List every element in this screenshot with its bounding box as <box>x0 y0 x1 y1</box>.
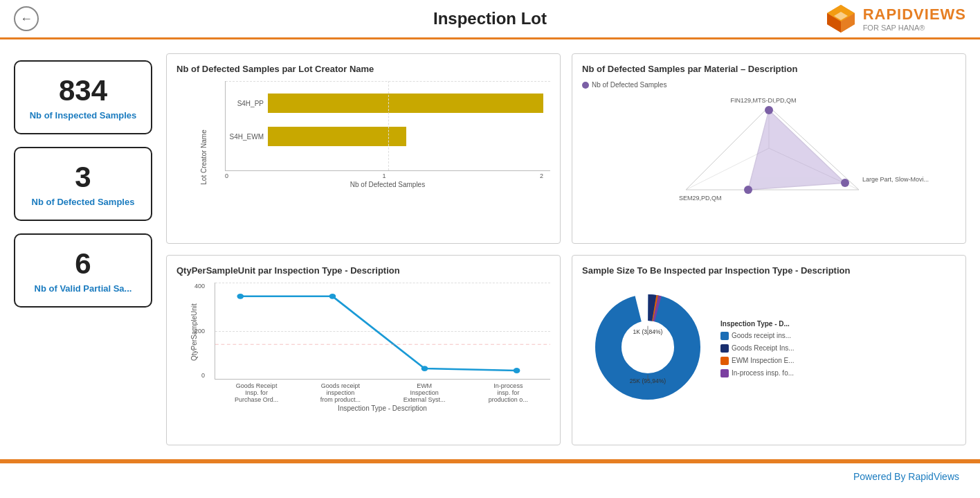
chart3-area: QtyPerSampleUnit 400 200 0 <box>176 283 550 435</box>
logo-icon <box>824 2 858 35</box>
chart4-svg: 1K (3,84%) 25K (95,94%) <box>582 281 714 413</box>
legend-item-2: EWM Inspection E... <box>720 357 795 365</box>
chart-donut-sample-size: Sample Size To Be Inspected par Inspecti… <box>572 255 966 445</box>
legend-dot-1 <box>720 344 729 353</box>
chart3-x-label-1: Goods receiptinspectionfrom product... <box>313 382 368 403</box>
svg-point-19 <box>329 294 336 299</box>
legend-item-1: Goods Receipt Ins... <box>720 344 795 353</box>
chart2-title: Nb of Defected Samples par Material – De… <box>582 64 956 74</box>
legend-label-2: EWM Inspection E... <box>732 357 795 364</box>
chart2-svg: FIN129,MTS-DI,PD,QM Large Part, Slow-Mov… <box>582 93 956 224</box>
chart4-donut: 1K (3,84%) 25K (95,94%) <box>582 281 714 416</box>
svg-point-14 <box>744 186 752 194</box>
chart3-svg <box>215 283 550 379</box>
svg-text:FIN129,MTS-DI,PD,QM: FIN129,MTS-DI,PD,QM <box>730 97 796 104</box>
main-content: 834 Nb of Inspected Samples 3 Nb of Defe… <box>0 39 980 459</box>
svg-point-12 <box>765 106 773 114</box>
chart3-x-title: Inspection Type - Description <box>215 404 550 412</box>
legend-label-1: Goods Receipt Ins... <box>732 344 795 352</box>
chart3-x-labels: Goods ReceiptInsp. forPurchase Ord... Go… <box>215 382 550 403</box>
legend-dot-3 <box>720 369 729 377</box>
chart3-title: QtyPerSampleUnit par Inspection Type - D… <box>176 265 550 276</box>
chart2-legend-label: Nb of Defected Samples <box>592 81 666 89</box>
chart3-x-label-2: EWMInspectionExternal Syst... <box>397 382 452 403</box>
logo-text: RAPIDVIEWS FOR SAP HANA® <box>863 6 966 32</box>
kpi-label-inspected: Nb of Inspected Samples <box>26 110 140 121</box>
kpi-card-partial: 6 Nb of Valid Partial Sa... <box>14 233 152 308</box>
logo: RAPIDVIEWS FOR SAP HANA® <box>824 2 966 35</box>
legend-item-0: Goods receipt ins... <box>720 332 795 340</box>
svg-point-18 <box>237 294 244 299</box>
legend-item-3: In-process insp. fo... <box>720 369 795 377</box>
svg-point-20 <box>421 366 428 371</box>
chart2-area: FIN129,MTS-DI,PD,QM Large Part, Slow-Mov… <box>582 93 956 224</box>
chart3-x-label-0: Goods ReceiptInsp. forPurchase Ord... <box>229 382 284 403</box>
footer: Powered By RapidViews <box>0 461 980 489</box>
svg-text:Large Part, Slow-Movi...: Large Part, Slow-Movi... <box>862 176 929 183</box>
chart3-x-label-3: In-processinsp. forproduction o... <box>480 382 536 403</box>
svg-point-13 <box>841 179 849 187</box>
chart4-title: Sample Size To Be Inspected par Inspecti… <box>582 265 956 276</box>
kpi-section: 834 Nb of Inspected Samples 3 Nb of Defe… <box>14 53 152 445</box>
bar-label-s4hpp: S4H_PP <box>226 100 264 107</box>
kpi-value-inspected: 834 <box>26 74 140 107</box>
bar-s4hewm <box>268 127 406 146</box>
kpi-label-defected: Nb of Defected Samples <box>26 197 140 207</box>
chart-line-qty-by-inspection: QtyPerSampleUnit par Inspection Type - D… <box>166 255 561 445</box>
chart1-x-tick-2: 2 <box>540 172 543 179</box>
footer-text: Powered By RapidViews <box>853 471 959 482</box>
header: ← Inspection Lot RAPIDVIEWS FOR SAP HANA… <box>0 0 980 37</box>
legend-dot-2 <box>720 357 729 365</box>
kpi-value-partial: 6 <box>26 247 140 281</box>
legend-label-3: In-process insp. fo... <box>732 369 794 377</box>
kpi-label-partial: Nb of Valid Partial Sa... <box>26 283 140 294</box>
chart4-legend-title: Inspection Type - D... <box>720 320 795 328</box>
legend-label-0: Goods receipt ins... <box>732 332 791 339</box>
chart4-legend-items: Goods receipt ins... Goods Receipt Ins..… <box>720 332 795 377</box>
svg-text:SEM29,PD,QM: SEM29,PD,QM <box>679 195 722 202</box>
charts-section: Nb of Defected Samples par Lot Creator N… <box>166 53 966 445</box>
chart1-title: Nb of Defected Samples par Lot Creator N… <box>176 64 550 74</box>
bar-label-s4hewm: S4H_EWM <box>226 133 264 141</box>
chart-bar-defected-by-creator: Nb of Defected Samples par Lot Creator N… <box>166 53 561 244</box>
logo-sub: FOR SAP HANA® <box>863 24 966 32</box>
kpi-card-inspected: 834 Nb of Inspected Samples <box>14 60 152 134</box>
chart-radar-defected-by-material: Nb of Defected Samples par Material – De… <box>572 53 966 244</box>
svg-point-21 <box>514 368 520 373</box>
chart4-legend: Inspection Type - D... Goods receipt ins… <box>720 320 795 377</box>
kpi-value-defected: 3 <box>26 161 140 194</box>
chart2-legend: Nb of Defected Samples <box>582 81 956 89</box>
chart1-y-label: Lot Creator Name <box>200 130 208 184</box>
chart2-legend-dot <box>582 82 589 89</box>
chart1-x-tick-0: 0 <box>225 172 228 179</box>
legend-dot-0 <box>720 332 729 340</box>
kpi-card-defected: 3 Nb of Defected Samples <box>14 147 152 221</box>
back-button[interactable]: ← <box>14 6 39 31</box>
logo-name: RAPIDVIEWS <box>863 6 966 24</box>
page-title: Inspection Lot <box>433 9 547 28</box>
chart1-x-label: Nb of Defected Samples <box>225 181 550 188</box>
chart4-area: 1K (3,84%) 25K (95,94%) Inspection Type … <box>582 283 956 414</box>
chart1-x-tick-1: 1 <box>382 172 385 179</box>
svg-marker-11 <box>748 110 845 190</box>
